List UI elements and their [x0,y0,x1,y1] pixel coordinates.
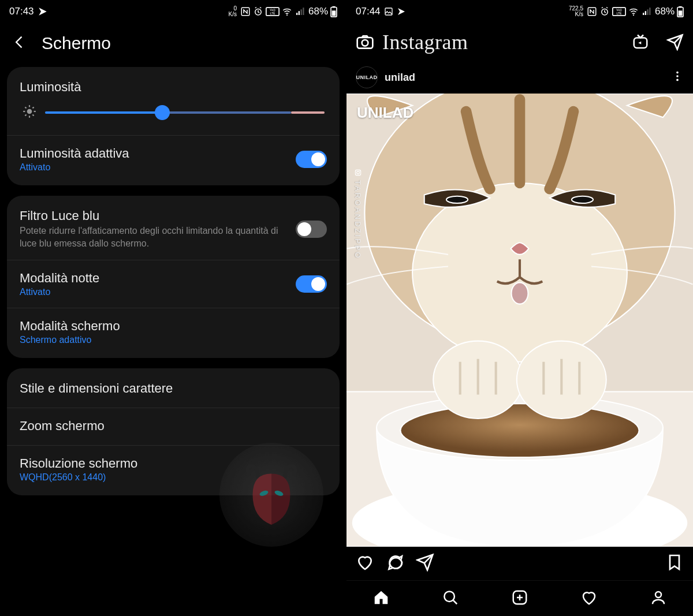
status-network-speed: 722,5K/s [569,6,583,17]
signal-icon [641,6,651,17]
svg-rect-8 [332,10,336,16]
blue-light-row[interactable]: Filtro Luce blu Potete ridurre l'affatic… [7,198,340,260]
svg-point-31 [362,40,368,46]
share-button[interactable] [416,553,434,574]
svg-point-26 [633,14,634,16]
blue-light-title: Filtro Luce blu [20,208,288,223]
svg-line-14 [25,107,26,108]
screen-zoom-row[interactable]: Zoom schermo [7,408,340,445]
svg-point-9 [27,109,32,114]
svg-point-35 [676,75,679,77]
screen-mode-value: Schermo adattivo [20,335,327,345]
battery-icon [677,6,684,17]
volte-icon: Vo))LTE [612,7,626,16]
svg-line-17 [32,107,33,108]
night-mode-row[interactable]: Modalità notte Attivato [7,260,340,308]
volte-icon: Vo))LTE [266,7,280,16]
svg-point-60 [655,592,661,598]
post-username[interactable]: unilad [385,72,415,84]
night-mode-status: Attivato [20,287,288,297]
brightness-label: Luminosità [20,80,327,95]
page-title: Schermo [42,33,111,53]
nav-home[interactable] [372,589,390,608]
svg-point-52 [356,171,359,174]
battery-icon [330,6,337,17]
nfc-icon [240,6,251,17]
instagram-header: Instagram [346,23,693,61]
svg-rect-7 [333,6,336,8]
settings-screen: 07:43 0K/s Vo))LTE 68% Schermo Luminosit… [0,0,346,616]
status-bar: 07:43 0K/s Vo))LTE 68% [0,0,346,23]
status-time: 07:44 [356,6,381,17]
bottom-nav [346,580,693,616]
post-header[interactable]: UNILAD unilad [346,61,693,94]
nfc-icon [587,6,597,17]
nav-add[interactable] [511,589,528,608]
brightness-slider[interactable] [45,107,325,118]
svg-point-46 [446,196,468,203]
signal-icon [295,6,305,17]
night-mode-title: Modalità notte [20,271,288,286]
display-options-card: Filtro Luce blu Potete ridurre l'affatic… [7,196,340,358]
avatar[interactable]: UNILAD [356,66,378,88]
alarm-icon [253,6,263,17]
nav-profile[interactable] [650,589,667,608]
adaptive-brightness-row[interactable]: Luminosità adattiva Attivato [7,135,340,183]
resolution-title: Risoluzione schermo [20,456,327,471]
status-bar: 07:44 722,5K/s Vo))LTE 68% [346,0,693,23]
font-style-title: Stile e dimensioni carattere [20,381,173,396]
wifi-icon [282,6,292,17]
screen-zoom-title: Zoom schermo [20,419,105,434]
status-time: 07:43 [9,6,34,17]
post-media[interactable]: UNILAD TAROANDZIPPO [346,94,693,547]
status-battery-pct: 68% [308,6,328,17]
font-style-row[interactable]: Stile e dimensioni carattere [7,371,340,408]
svg-rect-20 [385,8,392,15]
night-mode-toggle[interactable] [296,275,327,293]
status-app-icon [397,7,406,16]
comment-button[interactable] [386,553,404,574]
igtv-button[interactable] [632,33,649,51]
post-brand-overlay: UNILAD [357,104,413,122]
back-button[interactable] [12,34,28,53]
brightness-icon [22,104,37,121]
camera-button[interactable] [356,33,374,51]
svg-rect-29 [679,10,683,16]
status-network-speed: 0K/s [229,6,237,17]
status-image-icon [384,7,393,16]
nav-search[interactable] [442,589,459,608]
svg-line-15 [32,114,33,115]
direct-message-button[interactable] [666,33,684,51]
svg-point-53 [359,171,360,171]
resolution-row[interactable]: Risoluzione schermo WQHD(2560 x 1440) [7,445,340,493]
svg-point-48 [512,282,528,304]
nav-activity[interactable] [580,589,598,608]
status-app-icon [38,6,48,17]
brightness-row: Luminosità [7,69,340,135]
svg-point-42 [400,404,639,457]
post-actions [346,547,693,580]
adaptive-brightness-status: Attivato [20,162,288,173]
svg-point-55 [444,591,454,602]
svg-rect-28 [679,6,682,8]
status-battery-pct: 68% [655,6,675,17]
instagram-logo[interactable]: Instagram [382,30,468,54]
brightness-card: Luminosità Luminosità adattiva Attivato [7,67,340,185]
adaptive-brightness-toggle[interactable] [296,151,327,168]
svg-text:LTE: LTE [616,12,622,15]
screen-mode-row[interactable]: Modalità schermo Schermo adattivo [7,308,340,356]
blue-light-toggle[interactable] [296,221,327,238]
svg-point-47 [572,196,593,203]
svg-line-16 [25,114,26,115]
bookmark-button[interactable] [665,553,684,574]
svg-point-5 [286,14,288,16]
svg-text:LTE: LTE [270,12,275,15]
post-more-button[interactable] [671,70,684,85]
svg-text:Vo)): Vo)) [616,8,622,12]
alarm-icon [599,6,610,17]
svg-text:Vo)): Vo)) [270,8,275,12]
svg-line-56 [453,600,457,604]
wifi-icon [628,6,639,17]
instagram-screen: 07:44 722,5K/s Vo))LTE 68% Instagram [346,0,693,616]
like-button[interactable] [356,553,374,574]
